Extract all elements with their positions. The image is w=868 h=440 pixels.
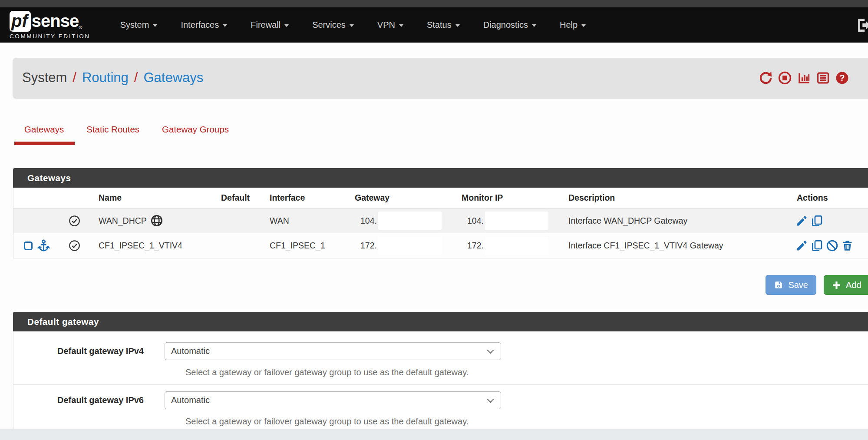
nav-item-status[interactable]: Status — [415, 7, 472, 43]
nav-item-label: Interfaces — [181, 20, 219, 30]
nav-item-services[interactable]: Services — [300, 7, 366, 43]
gateway-default-cell — [218, 208, 266, 233]
logo-pf-badge: pf — [10, 11, 31, 32]
breadcrumb-bar: System / Routing / Gateways — [13, 58, 868, 98]
sign-out-icon[interactable] — [855, 18, 868, 33]
tab-gateways[interactable]: Gateways — [13, 122, 75, 145]
add-button-label: Add — [846, 280, 861, 290]
form-field-row: Default gateway IPv4 Automatic Select a … — [13, 342, 868, 385]
default-gateway-form: Default gateway IPv4 Automatic Select a … — [13, 331, 868, 437]
header-spacer — [53, 188, 95, 208]
field-help-text: Select a gateway or failover gateway gro… — [185, 417, 868, 427]
stop-icon[interactable] — [778, 71, 792, 85]
refresh-icon[interactable] — [759, 71, 772, 85]
add-button[interactable]: Add — [824, 275, 868, 295]
breadcrumb-section: System — [22, 70, 67, 86]
gateway-status-cell — [53, 233, 95, 258]
routing-tabs: Gateways Static Routes Gateway Groups — [13, 122, 868, 145]
tab-gateway-groups[interactable]: Gateway Groups — [151, 122, 240, 145]
row-actions-cell — [793, 233, 868, 258]
monitor-ip-cell: 172. — [458, 233, 565, 258]
gateway-status-cell — [53, 208, 95, 233]
save-floppy-icon — [774, 280, 783, 290]
gateway-address: 104. — [360, 216, 377, 226]
delete-icon[interactable] — [841, 239, 854, 252]
header-spacer — [13, 188, 53, 208]
gateway-address-cell: 172. — [351, 233, 458, 258]
save-button-label: Save — [788, 280, 808, 290]
monitor-ip: 104. — [467, 216, 484, 226]
column-header-description: Description — [565, 188, 793, 208]
row-select-cell — [13, 233, 53, 258]
nav-menu: System Interfaces Firewall Services VPN … — [109, 7, 597, 43]
redacted-ip-box — [485, 237, 548, 255]
nav-item-label: Help — [560, 20, 578, 30]
table-row: CF1_IPSEC_1_VTIV4 CF1_IPSEC_1 172. 172. … — [13, 233, 868, 258]
bar-chart-icon[interactable] — [797, 71, 811, 85]
chevron-down-icon — [581, 24, 586, 27]
column-header-interface: Interface — [266, 188, 351, 208]
monitor-ip: 172. — [467, 241, 484, 251]
redacted-ip-box — [485, 212, 548, 230]
nav-item-label: System — [120, 20, 149, 30]
breadcrumb-link-gateways[interactable]: Gateways — [143, 70, 203, 86]
table-row: WAN_DHCP WAN 104. 104. Interface WAN_DHC… — [13, 208, 868, 233]
help-icon[interactable]: ? — [835, 71, 849, 85]
nav-item-system[interactable]: System — [109, 7, 169, 43]
check-circle-icon — [69, 215, 80, 227]
row-checkbox[interactable] — [24, 242, 33, 250]
redacted-ip-box — [378, 212, 442, 230]
edit-icon[interactable] — [795, 239, 808, 252]
tab-static-routes[interactable]: Static Routes — [75, 122, 151, 145]
gateways-table: Name Default Interface Gateway Monitor I… — [13, 188, 868, 258]
gateway-description-cell: Interface CF1_IPSEC_1_VTIV4 Gateway — [565, 233, 793, 258]
copy-icon[interactable] — [811, 239, 823, 252]
nav-item-help[interactable]: Help — [548, 7, 597, 43]
page-bottom-strip — [0, 429, 868, 440]
nav-item-diagnostics[interactable]: Diagnostics — [472, 7, 548, 43]
copy-icon[interactable] — [811, 215, 823, 227]
table-header-row: Name Default Interface Gateway Monitor I… — [13, 188, 868, 208]
chevron-down-icon — [487, 396, 494, 403]
breadcrumb-separator: / — [134, 70, 138, 86]
chevron-down-icon — [399, 24, 403, 27]
logo-subtitle: COMMUNITY EDITION — [10, 33, 90, 40]
gateway-name-cell: WAN_DHCP — [95, 208, 218, 233]
breadcrumb: System / Routing / Gateways — [22, 70, 203, 86]
default-gateway-ipv6-label: Default gateway IPv6 — [13, 391, 144, 427]
logo-registered-mark: ® — [79, 25, 82, 30]
pfsense-logo[interactable]: pf sense ® COMMUNITY EDITION — [10, 11, 90, 40]
gateway-default-cell — [218, 233, 266, 258]
anchor-icon[interactable] — [37, 239, 50, 252]
default-gateway-ipv6-select[interactable]: Automatic — [165, 391, 501, 409]
row-select-cell — [13, 208, 53, 233]
default-gateway-ipv4-select[interactable]: Automatic — [165, 342, 501, 360]
column-header-name: Name — [95, 188, 218, 208]
breadcrumb-link-routing[interactable]: Routing — [82, 70, 129, 86]
nav-item-vpn[interactable]: VPN — [366, 7, 415, 43]
log-list-icon[interactable] — [816, 71, 830, 85]
nav-item-label: Firewall — [251, 20, 281, 30]
chevron-down-icon — [532, 24, 536, 27]
nav-item-label: Services — [312, 20, 346, 30]
page-header-actions: ? — [759, 71, 849, 85]
nav-item-firewall[interactable]: Firewall — [239, 7, 300, 43]
window-top-strip — [0, 0, 868, 7]
select-value: Automatic — [171, 395, 210, 405]
nav-item-label: VPN — [377, 20, 395, 30]
check-circle-icon — [69, 240, 80, 251]
gateway-name: WAN_DHCP — [99, 216, 147, 226]
field-help-text: Select a gateway or failover gateway gro… — [185, 367, 868, 377]
disable-icon[interactable] — [826, 239, 838, 252]
edit-icon[interactable] — [795, 215, 808, 227]
column-header-monitor-ip: Monitor IP — [458, 188, 565, 208]
plus-icon — [832, 281, 841, 290]
save-button[interactable]: Save — [766, 275, 816, 295]
chevron-down-icon — [153, 24, 157, 27]
chevron-down-icon — [284, 24, 289, 27]
column-header-actions: Actions — [793, 188, 868, 208]
row-actions-cell — [793, 208, 868, 233]
chevron-down-icon — [455, 24, 460, 27]
nav-item-interfaces[interactable]: Interfaces — [169, 7, 239, 43]
nav-item-label: Diagnostics — [483, 20, 528, 30]
